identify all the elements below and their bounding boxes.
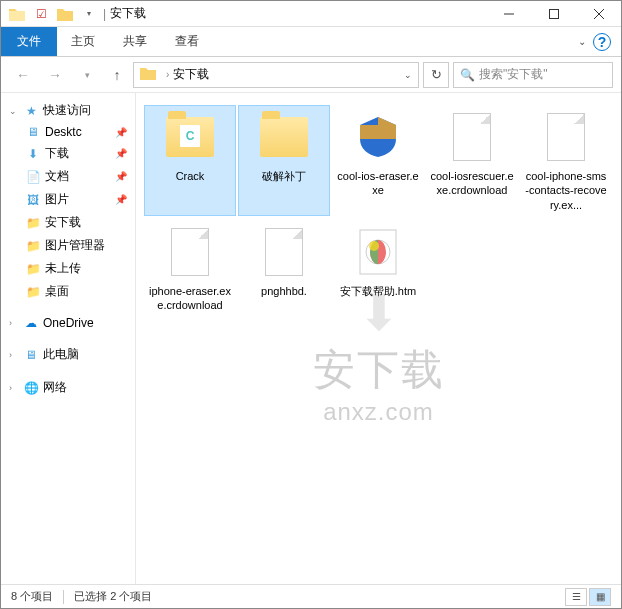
chevron-right-icon[interactable]: › — [166, 69, 169, 80]
file-folder-crack[interactable]: Crack — [144, 105, 236, 216]
chevron-down-icon[interactable]: ⌄ — [9, 106, 19, 116]
folder-icon — [162, 109, 218, 165]
svg-point-6 — [369, 241, 379, 251]
file-label: Crack — [176, 169, 205, 183]
maximize-button[interactable] — [531, 1, 576, 27]
star-icon: ★ — [23, 104, 39, 118]
tab-home[interactable]: 主页 — [57, 27, 109, 56]
nav-label: 此电脑 — [43, 346, 79, 363]
nav-label: Desktc — [45, 125, 82, 139]
nav-label: 网络 — [43, 379, 67, 396]
file-tab[interactable]: 文件 — [1, 27, 57, 56]
icons-view-button[interactable]: ▦ — [589, 588, 611, 606]
status-selected-count: 已选择 2 个项目 — [74, 589, 152, 604]
nav-label: 快速访问 — [43, 102, 91, 119]
pin-icon: 📌 — [115, 127, 127, 138]
status-bar: 8 个项目 已选择 2 个项目 ☰ ▦ — [1, 584, 621, 608]
details-view-button[interactable]: ☰ — [565, 588, 587, 606]
folder-icon — [140, 67, 156, 83]
title-separator: | — [103, 7, 106, 21]
htm-icon — [350, 224, 406, 280]
exe-icon — [350, 109, 406, 165]
ribbon-expand-icon[interactable]: ⌄ — [578, 36, 586, 47]
file-crdownload-3[interactable]: iphone-eraser.exe.crdownload — [144, 220, 236, 317]
file-label: cool-ios-eraser.exe — [336, 169, 420, 198]
file-icon — [538, 109, 594, 165]
pin-icon: 📌 — [115, 148, 127, 159]
nav-label: OneDrive — [43, 316, 94, 330]
file-pnghhbd[interactable]: pnghhbd. — [238, 220, 330, 317]
tab-view[interactable]: 查看 — [161, 27, 213, 56]
nav-desktop2[interactable]: 📁 桌面 — [1, 280, 135, 303]
minimize-button[interactable] — [486, 1, 531, 27]
svg-rect-1 — [549, 9, 558, 18]
file-htm-help[interactable]: 安下载帮助.htm — [332, 220, 424, 317]
new-folder-icon[interactable] — [55, 4, 75, 24]
file-icon — [444, 109, 500, 165]
file-exe-eraser[interactable]: cool-ios-eraser.exe — [332, 105, 424, 216]
chevron-right-icon[interactable]: › — [9, 350, 19, 360]
folder-icon — [256, 109, 312, 165]
nav-network[interactable]: › 🌐 网络 — [1, 376, 135, 399]
search-placeholder: 搜索"安下载" — [479, 66, 548, 83]
qat-dropdown-icon[interactable]: ▾ — [79, 4, 99, 24]
file-crdownload-1[interactable]: cool-iosrescuer.exe.crdownload — [426, 105, 518, 216]
file-label: pnghhbd. — [261, 284, 307, 298]
recent-dropdown-icon[interactable]: ▾ — [73, 61, 101, 89]
help-button[interactable]: ? — [593, 33, 611, 51]
forward-button[interactable]: → — [41, 61, 69, 89]
navigation-row: ← → ▾ ↑ › 安下载 ⌄ ↻ 🔍 搜索"安下载" — [1, 57, 621, 93]
nav-desktop[interactable]: 🖥 Desktc 📌 — [1, 122, 135, 142]
pin-icon: 📌 — [115, 194, 127, 205]
folder-icon — [7, 4, 27, 24]
status-item-count: 8 个项目 — [11, 589, 53, 604]
folder-icon: 📁 — [25, 239, 41, 253]
search-icon: 🔍 — [460, 68, 475, 82]
pc-icon: 🖥 — [23, 348, 39, 362]
refresh-button[interactable]: ↻ — [423, 62, 449, 88]
breadcrumb-current[interactable]: 安下载 — [173, 66, 209, 83]
properties-icon[interactable]: ☑ — [31, 4, 51, 24]
nav-onedrive[interactable]: › ☁ OneDrive — [1, 313, 135, 333]
tab-share[interactable]: 共享 — [109, 27, 161, 56]
nav-picmgr[interactable]: 📁 图片管理器 — [1, 234, 135, 257]
nav-this-pc[interactable]: › 🖥 此电脑 — [1, 343, 135, 366]
nav-quick-access[interactable]: ⌄ ★ 快速访问 — [1, 99, 135, 122]
nav-label: 文档 — [45, 168, 69, 185]
address-dropdown-icon[interactable]: ⌄ — [404, 70, 412, 80]
cloud-icon: ☁ — [23, 316, 39, 330]
back-button[interactable]: ← — [9, 61, 37, 89]
nav-anxz[interactable]: 📁 安下载 — [1, 211, 135, 234]
file-folder-patch[interactable]: 破解补丁 — [238, 105, 330, 216]
nav-label: 下载 — [45, 145, 69, 162]
picture-icon: 🖼 — [25, 193, 41, 207]
address-bar[interactable]: › 安下载 ⌄ — [133, 62, 419, 88]
file-icon — [256, 224, 312, 280]
chevron-right-icon[interactable]: › — [9, 318, 19, 328]
folder-icon: 📁 — [25, 285, 41, 299]
chevron-right-icon[interactable]: › — [9, 383, 19, 393]
up-button[interactable]: ↑ — [105, 63, 129, 87]
content-pane[interactable]: Crack 破解补丁 cool-ios-eraser.exe cool-iosr… — [136, 93, 621, 588]
search-input[interactable]: 🔍 搜索"安下载" — [453, 62, 613, 88]
view-switches: ☰ ▦ — [565, 588, 611, 606]
file-label: 安下载帮助.htm — [340, 284, 416, 298]
main-area: ⌄ ★ 快速访问 🖥 Desktc 📌 ⬇ 下载 📌 📄 文档 📌 🖼 图片 📌… — [1, 93, 621, 588]
nav-label: 桌面 — [45, 283, 69, 300]
desktop-icon: 🖥 — [25, 125, 41, 139]
nav-pictures[interactable]: 🖼 图片 📌 — [1, 188, 135, 211]
file-label: cool-iosrescuer.exe.crdownload — [430, 169, 514, 198]
nav-label: 安下载 — [45, 214, 81, 231]
nav-notup[interactable]: 📁 未上传 — [1, 257, 135, 280]
ribbon-tabs: 文件 主页 共享 查看 ⌄ ? — [1, 27, 621, 57]
close-button[interactable] — [576, 1, 621, 27]
file-label: cool-iphone-sms-contacts-recovery.ex... — [524, 169, 608, 212]
pin-icon: 📌 — [115, 171, 127, 182]
folder-icon: 📁 — [25, 216, 41, 230]
nav-label: 未上传 — [45, 260, 81, 277]
nav-downloads[interactable]: ⬇ 下载 📌 — [1, 142, 135, 165]
folder-icon: 📁 — [25, 262, 41, 276]
nav-documents[interactable]: 📄 文档 📌 — [1, 165, 135, 188]
file-crdownload-2[interactable]: cool-iphone-sms-contacts-recovery.ex... — [520, 105, 612, 216]
nav-label: 图片 — [45, 191, 69, 208]
